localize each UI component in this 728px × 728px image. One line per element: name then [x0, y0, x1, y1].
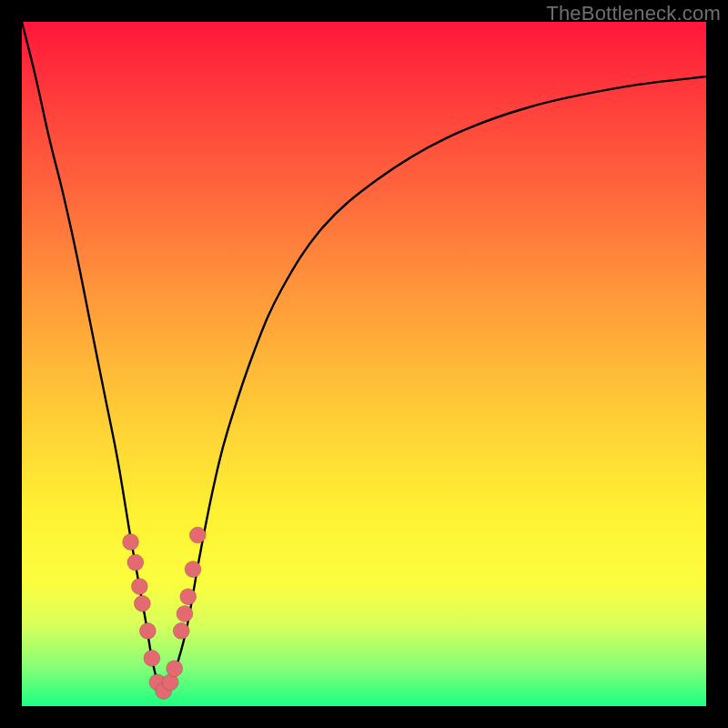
- data-marker: [173, 622, 189, 639]
- data-marker: [180, 589, 197, 605]
- data-marker: [123, 534, 139, 551]
- data-marker: [185, 561, 201, 578]
- data-marker: [139, 622, 156, 639]
- chart-frame: TheBottleneck.com: [0, 0, 728, 728]
- chart-svg: [22, 22, 706, 706]
- data-marker: [167, 661, 183, 677]
- watermark-text: TheBottleneck.com: [546, 2, 721, 25]
- data-marker: [127, 554, 144, 571]
- data-marker: [189, 527, 206, 543]
- marker-group: [123, 527, 207, 699]
- data-marker: [134, 595, 150, 612]
- bottleneck-curve: [22, 22, 706, 693]
- data-marker: [177, 605, 193, 622]
- data-marker: [144, 650, 160, 666]
- data-marker: [131, 578, 147, 594]
- plot-area: [22, 22, 706, 706]
